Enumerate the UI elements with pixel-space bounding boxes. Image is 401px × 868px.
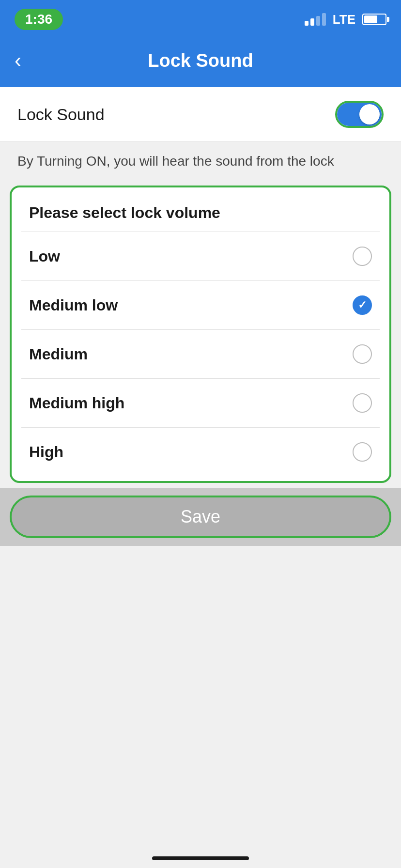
back-button[interactable]: ‹ xyxy=(15,50,21,71)
save-button[interactable]: Save xyxy=(10,496,391,538)
battery-icon xyxy=(362,14,386,25)
volume-option-medium[interactable]: Medium xyxy=(12,330,389,378)
toggle-track xyxy=(337,103,382,126)
volume-label-medium-high: Medium high xyxy=(29,394,124,412)
volume-option-medium-high[interactable]: Medium high xyxy=(12,379,389,427)
volume-label-high: High xyxy=(29,443,63,461)
toggle-thumb xyxy=(359,104,380,124)
lte-label: LTE xyxy=(333,12,355,27)
radio-high[interactable] xyxy=(353,442,372,462)
home-indicator xyxy=(152,856,249,860)
radio-medium-low[interactable] xyxy=(353,295,372,315)
nav-bar: ‹ Lock Sound xyxy=(0,39,401,87)
lock-sound-row: Lock Sound xyxy=(0,87,401,142)
status-right: LTE xyxy=(305,12,386,27)
status-bar: 1:36 LTE xyxy=(0,0,401,39)
page-title: Lock Sound xyxy=(148,50,253,71)
volume-option-low[interactable]: Low xyxy=(12,232,389,280)
description-text: By Turning ON, you will hear the sound f… xyxy=(0,142,401,181)
lock-sound-toggle[interactable] xyxy=(335,101,384,128)
volume-card-title: Please select lock volume xyxy=(12,192,389,232)
volume-label-low: Low xyxy=(29,248,60,265)
volume-label-medium-low: Medium low xyxy=(29,296,118,314)
radio-medium[interactable] xyxy=(353,344,372,364)
radio-low[interactable] xyxy=(353,247,372,266)
lock-sound-label: Lock Sound xyxy=(17,105,105,124)
volume-card: Please select lock volume Low Medium low… xyxy=(10,186,391,483)
save-row: Save xyxy=(0,488,401,546)
signal-icon xyxy=(305,13,326,26)
content: Lock Sound By Turning ON, you will hear … xyxy=(0,87,401,546)
battery-fill xyxy=(364,16,377,23)
volume-option-high[interactable]: High xyxy=(12,428,389,476)
radio-medium-high[interactable] xyxy=(353,393,372,413)
volume-label-medium: Medium xyxy=(29,345,88,363)
volume-option-medium-low[interactable]: Medium low xyxy=(12,281,389,329)
status-time: 1:36 xyxy=(15,9,63,30)
